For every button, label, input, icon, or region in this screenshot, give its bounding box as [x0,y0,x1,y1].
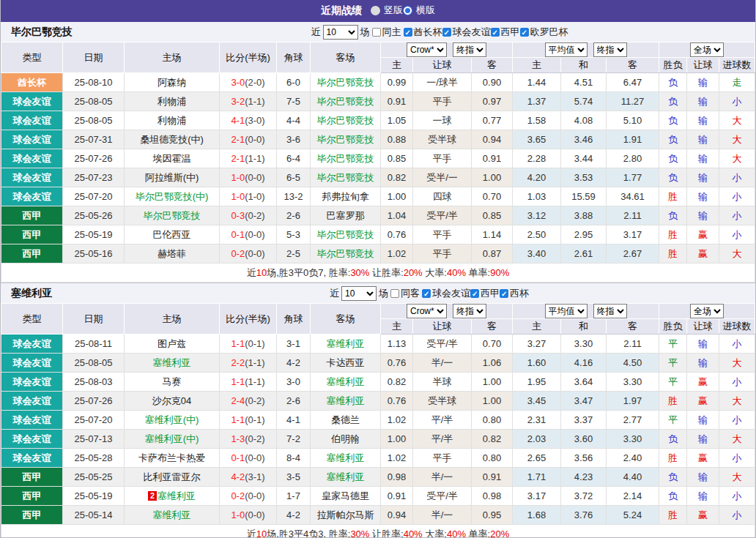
handicap-odds-header: Crow*终指 [381,304,513,319]
avg-draw-odds: 2.61 [561,244,607,264]
league-checkbox[interactable] [422,289,431,298]
handicap-away-odds: 0.94 [472,130,513,149]
rounds-select[interactable]: 10 [323,25,358,40]
competition-cell: 西甲 [1,506,63,525]
avg-away-odds: 2.14 [607,487,659,506]
avg-draw-odds: 3.47 [561,392,607,411]
final-index-select[interactable]: 终指 [453,304,486,318]
fulltime-score: 4-1 [231,115,245,126]
avg-draw-odds: 5.74 [561,92,607,111]
competition-badge: 球会友谊 [1,411,62,429]
red-card-badge: 2 [148,491,157,501]
final-index-select-2[interactable]: 终指 [593,304,627,318]
match-date: 25-05-16 [63,244,125,264]
away-team-name: 拉斯帕尔马斯 [317,509,374,520]
col-date: 日期 [63,304,125,335]
summary-part: 单率: [466,267,490,278]
same-venue-checkbox[interactable] [372,28,381,37]
rounds-select[interactable]: 10 [341,286,377,301]
avg-away-odds: 3.17 [607,225,659,244]
competition-cell: 球会友谊 [1,168,63,187]
result-handicap: 输 [687,130,719,149]
league-checkbox[interactable] [470,289,479,298]
match-score: 0-2(0-0) [220,487,277,506]
halftime-score: (1-0) [245,191,264,202]
handicap-away-odds: 1.14 [472,225,513,244]
home-team-name: 赫塔菲 [158,248,186,259]
away-team-name: 塞维利亚 [327,376,365,387]
halftime-score: (0-0) [245,452,264,463]
summary-part: 20% [404,267,423,278]
halftime-score: (0-1) [245,338,264,349]
avg-away-odds: 2.67 [607,244,659,264]
corner-score: 4-2 [277,354,311,373]
team-name: 塞维利亚 [11,287,52,300]
handicap-line: 受半/一 [413,168,472,187]
home-team-cell: 塞维利亚 [125,354,220,373]
vertical-layout-radio[interactable]: 竖版 [371,4,403,17]
odds-company-select[interactable]: Crow* [407,304,447,318]
competition-cell: 球会友谊 [1,335,63,354]
final-index-select[interactable]: 终指 [453,42,486,57]
match-score: 2-1(0-0) [220,130,277,149]
col-corner: 角球 [277,304,311,335]
away-team-name: 塞维利亚 [327,395,365,406]
away-team-name: 邦弗拉旬拿 [322,191,369,202]
avg-home-odds: 1.68 [513,506,561,525]
result-goals: 小 [719,187,755,206]
league-checkbox[interactable] [491,28,500,37]
final-index-select-2[interactable]: 终指 [593,42,627,57]
corner-score: 7-2 [277,430,311,449]
league-checkbox[interactable] [404,28,412,37]
summary-part: 让胜率: [369,267,403,278]
match-row: 西甲25-05-19巴伦西亚0-1(0-0)5-3毕尔巴鄂竞技0.76平手1.1… [1,225,755,244]
avg-home-odds: 1.03 [513,187,561,206]
avg-draw-odds: 3.37 [561,411,607,430]
match-row: 酋长杯25-08-10阿森纳3-0(2-0)6-0毕尔巴鄂竞技0.99一/球半0… [1,73,755,92]
home-team-name: 塞维利亚 [153,509,191,520]
handicap-line: 受平/半 [413,487,472,506]
league-checkbox[interactable] [500,289,508,298]
handicap-line: 受半球 [413,392,472,411]
away-team-cell: 毕尔巴鄂竞技 [311,225,381,244]
match-date: 25-07-13 [63,430,125,449]
col-date: 日期 [63,42,125,73]
avg-away-odds: 2.11 [607,206,659,225]
match-row: 球会友谊25-08-11图卢兹1-1(0-1)3-1塞维利亚1.13受平/半0.… [1,335,755,354]
average-select[interactable]: 平均值 [545,304,588,318]
full-match-select[interactable]: 全场 [690,304,724,318]
away-team-cell: 毕尔巴鄂竞技 [311,73,381,92]
handicap-away-odds: 1.00 [472,392,513,411]
summary-part: 30% [350,267,369,278]
competition-cell: 球会友谊 [1,111,63,130]
handicap-away-odds: 0.77 [472,111,513,130]
average-select[interactable]: 平均值 [545,42,588,57]
avg-away-odds: 1.91 [607,130,659,149]
corner-score: 6-4 [277,149,311,168]
league-checkbox[interactable] [442,28,451,37]
same-venue-checkbox[interactable] [390,289,399,298]
horizontal-layout-radio[interactable]: 横版 [403,4,435,17]
home-team-cell: 赫塔菲 [125,244,220,264]
match-score: 1-1(0-1) [220,411,277,430]
away-team-cell: 塞维利亚 [311,373,381,392]
result-goals: 大 [719,111,755,130]
away-team-cell: 塞维利亚 [311,449,381,468]
halftime-score: (2-0) [245,77,264,88]
match-date: 25-07-31 [63,130,125,149]
result-goals: 小 [719,373,755,392]
halftime-score: (0-0) [245,490,264,501]
competition-badge: 西甲 [1,206,62,225]
fulltime-score: 2-1 [231,134,245,145]
league-label: 球会友谊 [432,287,470,300]
avg-draw-odds: 3.60 [561,430,607,449]
match-row: 西甲25-05-16赫塔菲0-2(0-0)2-5毕尔巴鄂竞技1.02平手0.87… [1,244,755,264]
corner-score: 8-4 [277,449,311,468]
competition-cell: 西甲 [1,487,63,506]
match-row: 球会友谊25-07-23阿拉维斯(中)1-0(0-0)6-5毕尔巴鄂竞技0.82… [1,168,755,187]
league-checkbox[interactable] [520,28,529,37]
full-match-select[interactable]: 全场 [690,42,724,57]
odds-company-select[interactable]: Crow* [407,42,447,57]
match-date: 25-07-20 [63,411,125,430]
fulltime-score: 1-0 [231,509,245,520]
